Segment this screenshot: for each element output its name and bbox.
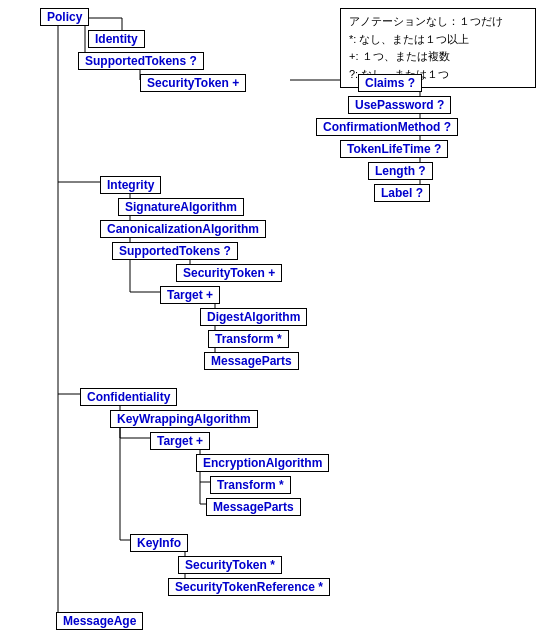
node-supportedtokens1: SupportedTokens ?: [78, 52, 204, 70]
node-encryptionalgorithm: EncryptionAlgorithm: [196, 454, 329, 472]
node-policy: Policy: [40, 8, 89, 26]
node-confidentiality: Confidentiality: [80, 388, 177, 406]
node-securitytoken3: SecurityToken *: [178, 556, 282, 574]
node-messageparts2: MessageParts: [206, 498, 301, 516]
node-claims: Claims ?: [358, 74, 422, 92]
node-confirmationmethod: ConfirmationMethod ?: [316, 118, 458, 136]
node-securitytokenreference: SecurityTokenReference *: [168, 578, 330, 596]
node-transform1: Transform *: [208, 330, 289, 348]
node-messageparts1: MessageParts: [204, 352, 299, 370]
node-usepassword: UsePassword ?: [348, 96, 451, 114]
node-securitytoken1: SecurityToken +: [140, 74, 246, 92]
node-signaturealgorithm: SignatureAlgorithm: [118, 198, 244, 216]
node-supportedtokens2: SupportedTokens ?: [112, 242, 238, 260]
legend-item-0: *: なし、または１つ以上: [349, 31, 527, 49]
node-target2: Target +: [150, 432, 210, 450]
node-securitytoken2: SecurityToken +: [176, 264, 282, 282]
node-tokenlifetime: TokenLifeTime ?: [340, 140, 448, 158]
node-messageage: MessageAge: [56, 612, 143, 630]
node-keywrappingalgorithm: KeyWrappingAlgorithm: [110, 410, 258, 428]
node-target1: Target +: [160, 286, 220, 304]
node-label: Label ?: [374, 184, 430, 202]
node-identity: Identity: [88, 30, 145, 48]
node-digestalgorithm: DigestAlgorithm: [200, 308, 307, 326]
node-transform2: Transform *: [210, 476, 291, 494]
node-canonicalizationalgorithm: CanonicalizationAlgorithm: [100, 220, 266, 238]
node-integrity: Integrity: [100, 176, 161, 194]
legend-title: アノテーションなし：１つだけ: [349, 13, 527, 31]
diagram-container: アノテーションなし：１つだけ *: なし、または１つ以上 +: １つ、または複数…: [0, 0, 546, 635]
node-length: Length ?: [368, 162, 433, 180]
node-keyinfo: KeyInfo: [130, 534, 188, 552]
legend-item-1: +: １つ、または複数: [349, 48, 527, 66]
